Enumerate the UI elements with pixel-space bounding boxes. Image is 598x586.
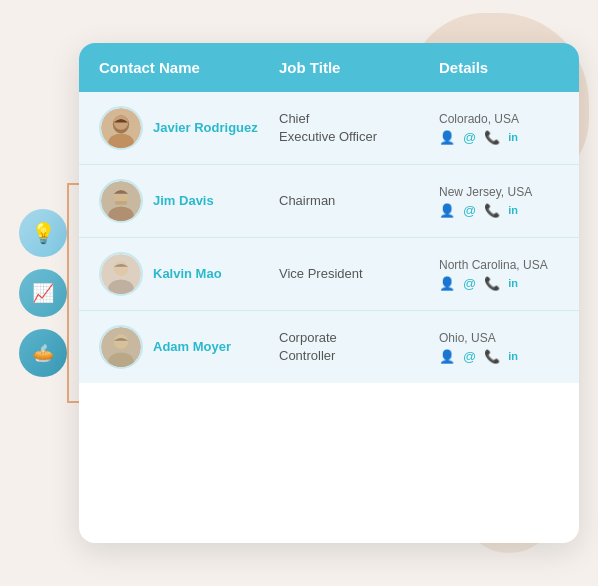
sidebar: 💡 📈 🥧 xyxy=(19,209,67,377)
table-row: Javier Rodriguez ChiefExecutive Officer … xyxy=(79,92,579,165)
contact-icons-kalvin: 👤 @ 📞 in xyxy=(439,276,559,291)
chart-bar-icon: 📈 xyxy=(32,282,54,304)
sidebar-icon-lightbulb[interactable]: 💡 xyxy=(19,209,67,257)
contact-cell-jim: Jim Davis xyxy=(99,179,279,223)
col-header-details: Details xyxy=(439,59,559,76)
lightbulb-icon: 💡 xyxy=(31,221,56,245)
contact-name-javier[interactable]: Javier Rodriguez xyxy=(153,120,258,137)
table-row: Jim Davis Chairman New Jersey, USA 👤 @ 📞… xyxy=(79,165,579,238)
phone-icon[interactable]: 📞 xyxy=(484,203,500,218)
details-kalvin: North Carolina, USA 👤 @ 📞 in xyxy=(439,258,559,291)
person-icon[interactable]: 👤 xyxy=(439,349,455,364)
svg-rect-7 xyxy=(115,201,128,205)
contact-cell-javier: Javier Rodriguez xyxy=(99,106,279,150)
job-title-adam: CorporateController xyxy=(279,329,439,365)
contact-icons-javier: 👤 @ 📞 in xyxy=(439,130,559,145)
sidebar-icon-chart[interactable]: 📈 xyxy=(19,269,67,317)
location-kalvin: North Carolina, USA xyxy=(439,258,559,272)
details-adam: Ohio, USA 👤 @ 📞 in xyxy=(439,331,559,364)
contact-icons-adam: 👤 @ 📞 in xyxy=(439,349,559,364)
avatar-kalvin xyxy=(99,252,143,296)
details-jim: New Jersey, USA 👤 @ 📞 in xyxy=(439,185,559,218)
contact-cell-kalvin: Kalvin Mao xyxy=(99,252,279,296)
avatar-jim xyxy=(99,179,143,223)
svg-point-3 xyxy=(114,115,129,130)
job-title-jim: Chairman xyxy=(279,192,439,210)
contact-icons-jim: 👤 @ 📞 in xyxy=(439,203,559,218)
linkedin-icon[interactable]: in xyxy=(508,131,518,143)
col-header-job-title: Job Title xyxy=(279,59,439,76)
contact-name-kalvin[interactable]: Kalvin Mao xyxy=(153,266,222,283)
table-body: Javier Rodriguez ChiefExecutive Officer … xyxy=(79,92,579,383)
linkedin-icon[interactable]: in xyxy=(508,350,518,362)
avatar-adam xyxy=(99,325,143,369)
person-icon[interactable]: 👤 xyxy=(439,203,455,218)
svg-point-13 xyxy=(114,334,129,349)
outer-wrapper: 💡 📈 🥧 Contact Name Job Title Details xyxy=(19,23,579,563)
contact-cell-adam: Adam Moyer xyxy=(99,325,279,369)
table-row: Adam Moyer CorporateController Ohio, USA… xyxy=(79,311,579,383)
location-adam: Ohio, USA xyxy=(439,331,559,345)
col-header-contact-name: Contact Name xyxy=(99,59,279,76)
phone-icon[interactable]: 📞 xyxy=(484,349,500,364)
table-row: Kalvin Mao Vice President North Carolina… xyxy=(79,238,579,311)
email-icon[interactable]: @ xyxy=(463,276,476,291)
avatar-javier xyxy=(99,106,143,150)
contact-name-adam[interactable]: Adam Moyer xyxy=(153,339,231,356)
person-icon[interactable]: 👤 xyxy=(439,130,455,145)
person-icon[interactable]: 👤 xyxy=(439,276,455,291)
job-title-kalvin: Vice President xyxy=(279,265,439,283)
svg-point-10 xyxy=(114,261,129,276)
location-jim: New Jersey, USA xyxy=(439,185,559,199)
email-icon[interactable]: @ xyxy=(463,130,476,145)
contacts-card: Contact Name Job Title Details xyxy=(79,43,579,543)
phone-icon[interactable]: 📞 xyxy=(484,130,500,145)
table-header: Contact Name Job Title Details xyxy=(79,43,579,92)
linkedin-icon[interactable]: in xyxy=(508,277,518,289)
email-icon[interactable]: @ xyxy=(463,203,476,218)
contact-name-jim[interactable]: Jim Davis xyxy=(153,193,214,210)
phone-icon[interactable]: 📞 xyxy=(484,276,500,291)
linkedin-icon[interactable]: in xyxy=(508,204,518,216)
location-javier: Colorado, USA xyxy=(439,112,559,126)
pie-chart-icon: 🥧 xyxy=(32,342,54,364)
job-title-javier: ChiefExecutive Officer xyxy=(279,110,439,146)
email-icon[interactable]: @ xyxy=(463,349,476,364)
sidebar-icon-pie[interactable]: 🥧 xyxy=(19,329,67,377)
details-javier: Colorado, USA 👤 @ 📞 in xyxy=(439,112,559,145)
